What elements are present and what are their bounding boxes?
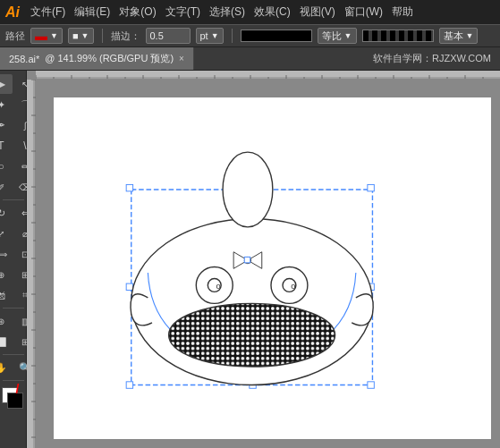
symbol-spray-tool[interactable]: ⊛ (0, 311, 13, 331)
right-eye-label: o (291, 282, 295, 291)
stroke-swatch[interactable] (7, 393, 23, 409)
handle-tr[interactable] (368, 184, 374, 190)
basic-label: 基本 (444, 30, 463, 43)
toolbar-separator-1 (102, 29, 103, 43)
stroke-unit: pt (200, 30, 208, 41)
stroke-style-dashed[interactable] (362, 30, 434, 42)
equal-label: 等比 (322, 30, 342, 43)
fill-icon: ■ (72, 30, 79, 41)
menu-select[interactable]: 选择(S) (209, 4, 245, 20)
tool-separator-2 (3, 308, 24, 309)
stroke-style-select[interactable]: 等比 ▼ (318, 28, 357, 44)
ruler-v-ticks (27, 80, 36, 448)
tab-right-info: 软件自学网：RJZXW.COM (373, 52, 500, 65)
fill-color-picker[interactable]: ■ ▼ (68, 28, 94, 44)
fill-dropdown-arrow: ▼ (81, 31, 89, 40)
mouth-area (169, 303, 335, 367)
path-label: 路径 (5, 30, 25, 43)
handle-br[interactable] (368, 382, 374, 388)
stroke-value-input[interactable]: 0.5 (146, 28, 191, 44)
stroke-color-picker[interactable]: ▬ ▼ (30, 28, 63, 44)
menu-window[interactable]: 窗口(W) (344, 4, 383, 20)
stroke-dropdown-arrow: ▼ (50, 31, 58, 40)
canvas-area: o o (27, 71, 500, 448)
menu-edit[interactable]: 编辑(E) (74, 4, 110, 20)
shape-builder-tool[interactable]: ⊕ (0, 265, 13, 284)
app-logo: Ai (5, 4, 20, 21)
tab-close-button[interactable]: × (179, 54, 184, 63)
scale-tool[interactable]: ⤢ (0, 224, 13, 243)
pen-tool[interactable]: ✒ (0, 115, 13, 135)
content-area: ▶ ↖ ✦ ⌒ ✒ ∫ T \ ○ ✏ ✐ ⌫ ↻ ⇔ ⤢ ⌀ (0, 71, 500, 448)
stroke-color-icon: ▬ (35, 29, 47, 43)
toolbar: 路径 ▬ ▼ ■ ▼ 描边： 0.5 pt ▼ 等比 ▼ 基本 ▼ (0, 24, 500, 47)
eyedropper-tool[interactable]: 🖄 (0, 285, 13, 305)
toolbox: ▶ ↖ ✦ ⌒ ✒ ∫ T \ ○ ✏ ✐ ⌫ ↻ ⇔ ⤢ ⌀ (0, 71, 27, 448)
artwork-area: o o (54, 97, 491, 439)
pencil-tool[interactable]: ✐ (0, 177, 13, 197)
equal-arrow: ▼ (344, 31, 352, 40)
menu-effect[interactable]: 效果(C) (254, 4, 291, 20)
menu-file[interactable]: 文件(F) (30, 4, 65, 20)
hand-tool[interactable]: ✋ (0, 358, 13, 377)
stroke-style-solid[interactable] (241, 30, 312, 42)
none-indicator: / (16, 382, 20, 396)
handle-tl[interactable] (126, 184, 132, 190)
vertical-ruler (27, 80, 36, 448)
menu-bar[interactable]: 文件(F) 编辑(E) 对象(O) 文字(T) 选择(S) 效果(C) 视图(V… (30, 4, 413, 20)
width-tool[interactable]: ⟺ (0, 244, 13, 264)
path-control-point[interactable] (244, 257, 250, 263)
menu-view[interactable]: 视图(V) (300, 4, 335, 20)
tool-separator-3 (3, 354, 24, 355)
rotate-tool[interactable]: ↻ (0, 203, 13, 223)
head-bump (223, 152, 273, 227)
left-eye-label: o (216, 282, 221, 291)
basic-select[interactable]: 基本 ▼ (439, 28, 479, 44)
selection-tool[interactable]: ▶ (0, 74, 13, 94)
artboard-tool[interactable]: ⬜ (0, 332, 13, 351)
basic-arrow: ▼ (466, 31, 474, 40)
document-tab[interactable]: 258.ai* @ 141.99% (RGB/GPU 预览) × (0, 47, 194, 70)
handle-bl[interactable] (126, 382, 132, 388)
handle-ml[interactable] (126, 283, 132, 290)
tool-separator-4 (3, 380, 24, 381)
color-swatch-area: / (2, 387, 25, 416)
tab-detail: @ 141.99% (RGB/GPU 预览) (45, 52, 174, 65)
stroke-value: 0.5 (150, 30, 164, 41)
ruler-h-ticks (36, 71, 500, 80)
title-bar: Ai 文件(F) 编辑(E) 对象(O) 文字(T) 选择(S) 效果(C) 视… (0, 0, 500, 24)
stroke-label: 描边： (111, 30, 140, 43)
magic-wand-tool[interactable]: ✦ (0, 95, 13, 114)
horizontal-ruler (36, 71, 500, 80)
tab-name: 258.ai* (9, 54, 39, 64)
toolbar-separator-2 (232, 29, 233, 43)
ellipse-tool[interactable]: ○ (0, 156, 13, 176)
menu-object[interactable]: 对象(O) (119, 4, 156, 20)
tool-separator-1 (3, 199, 24, 200)
stroke-unit-arrow: ▼ (211, 31, 219, 40)
type-tool[interactable]: T (0, 136, 13, 156)
menu-help[interactable]: 帮助 (392, 4, 413, 20)
menu-type[interactable]: 文字(T) (165, 4, 200, 20)
stroke-unit-select[interactable]: pt ▼ (196, 28, 224, 44)
main-canvas-svg: o o (63, 106, 491, 439)
tab-bar: 258.ai* @ 141.99% (RGB/GPU 预览) × 软件自学网：R… (0, 47, 500, 71)
